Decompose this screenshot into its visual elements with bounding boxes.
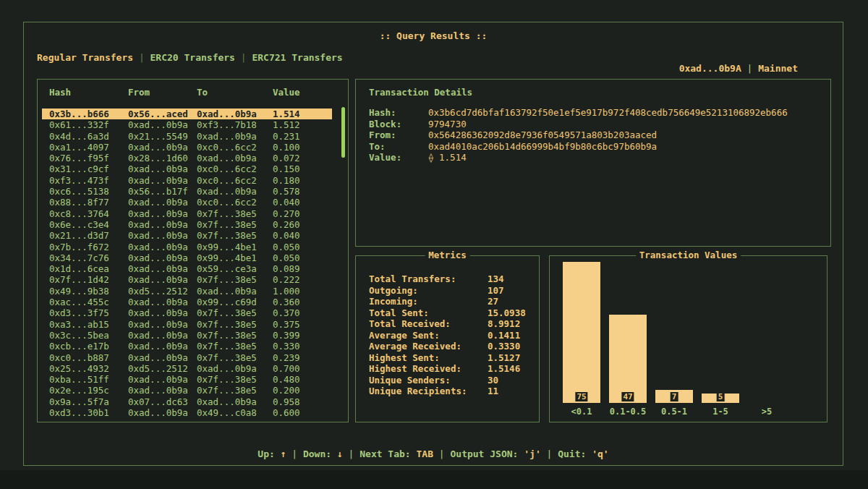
chart-bar: 47 xyxy=(609,315,647,403)
tab-bar: Regular Transfers | ERC20 Transfers | ER… xyxy=(37,52,343,63)
cell-to: 0xc0...6cc2 xyxy=(197,142,273,153)
help-bar: Up: ↑ | Down: ↓ | Next Tab: TAB | Output… xyxy=(24,448,843,459)
metric-label: Total Sent: xyxy=(369,307,488,319)
cell-to: 0x7f...38e5 xyxy=(197,341,273,352)
table-row[interactable]: 0x3c...5bea0xad...0b9a0x7f...38e50.399 xyxy=(42,330,332,341)
cell-from: 0xad...0b9a xyxy=(128,385,197,396)
detail-row: Hash:0x3b6cd7d6bfaf163792f50e1ef5e917b97… xyxy=(369,107,825,119)
chart-x-label: 0.1-0.5 xyxy=(605,407,651,417)
cell-from: 0xad...0b9a xyxy=(128,319,197,330)
table-header-row: HashFromToValue xyxy=(42,87,332,98)
table-row[interactable]: 0x2e...195c0xad...0b9a0x7f...38e50.200 xyxy=(42,385,332,396)
cell-to: 0xc0...6cc2 xyxy=(197,163,273,174)
cell-from: 0xad...0b9a xyxy=(128,341,197,352)
table-row[interactable]: 0x7f...1d420xad...0b9a0x7f...38e50.222 xyxy=(42,274,332,285)
cell-value: 0.578 xyxy=(273,186,332,197)
tab-regular-transfers[interactable]: Regular Transfers xyxy=(37,52,133,63)
table-row[interactable]: 0x61...332f0xad...0b9a0xf3...7b181.512 xyxy=(42,119,332,130)
cell-value: 0.600 xyxy=(273,407,332,418)
metric-label: Unique Recipients: xyxy=(369,386,488,397)
cell-from: 0xad...0b9a xyxy=(128,252,197,263)
app-window: :: Query Results :: Regular Transfers | … xyxy=(23,22,843,466)
cell-value: 0.370 xyxy=(273,307,332,318)
metric-row: Unique Senders:30 xyxy=(369,375,533,386)
table-row[interactable]: 0xc6...51380x56...b17f0xad...0b9a0.578 xyxy=(42,186,332,197)
table-row[interactable]: 0xd3...3f750xad...0b9a0x7f...38e50.370 xyxy=(42,307,332,318)
cell-value: 0.375 xyxy=(273,319,332,330)
metrics-title: Metrics xyxy=(425,250,470,260)
cell-value: 0.100 xyxy=(273,142,332,153)
cell-from: 0xad...0b9a xyxy=(128,407,197,418)
transaction-values-chart-panel: Transaction Values 754775 <0.10.1-0.50.5… xyxy=(549,255,827,422)
cell-from: 0xad...0b9a xyxy=(128,175,197,186)
detail-value: 0xad4010ac206b14d66999b4bf9b80c6bc97b60b… xyxy=(428,141,825,153)
metric-value: 15.0938 xyxy=(488,307,533,319)
table-row[interactable]: 0xa1...40970xad...0b9a0xc0...6cc20.100 xyxy=(42,142,332,153)
tab-erc20-transfers[interactable]: ERC20 Transfers xyxy=(150,52,235,63)
table-row[interactable]: 0x76...f95f0x28...1d600xad...0b9a0.072 xyxy=(42,153,332,163)
metrics-panel: Metrics Total Transfers:134Outgoing:107I… xyxy=(355,255,540,422)
table-row[interactable]: 0xd3...30b10xad...0b9a0x49...c0a80.600 xyxy=(42,407,332,418)
chart-bar-count: 75 xyxy=(575,392,587,401)
metric-row: Outgoing:107 xyxy=(369,285,533,297)
chart-x-label: <0.1 xyxy=(558,407,605,417)
cell-to: 0xad...0b9a xyxy=(197,363,273,374)
cell-value: 0.239 xyxy=(273,352,332,363)
table-row[interactable]: 0x6e...c3e40xad...0b9a0x7f...38e50.260 xyxy=(42,219,332,230)
cell-hash: 0xc0...b887 xyxy=(49,352,128,363)
detail-value: 0x564286362092d8e7936f0549571a803b203aac… xyxy=(428,129,825,141)
help-label: Output JSON: xyxy=(450,448,524,459)
table-row[interactable]: 0xba...51ff0xad...0b9a0x7f...38e50.480 xyxy=(42,374,332,385)
chart-bar-slot: 75 xyxy=(558,262,605,403)
cell-from: 0xd5...2512 xyxy=(128,286,197,297)
cell-to: 0xad...0b9a xyxy=(197,153,273,163)
help-label: Down: xyxy=(303,448,337,459)
cell-to: 0x7f...38e5 xyxy=(197,208,273,219)
cell-value: 0.700 xyxy=(273,363,332,374)
metric-label: Highest Sent: xyxy=(369,352,488,364)
chart-bar-slot xyxy=(744,262,790,403)
transfers-table-panel: HashFromToValue 0x3b...b6660x56...aced0x… xyxy=(37,79,349,422)
detail-row: To:0xad4010ac206b14d66999b4bf9b80c6bc97b… xyxy=(369,141,825,153)
table-row[interactable]: 0xf3...473f0xad...0b9a0xc0...6cc20.180 xyxy=(42,175,332,186)
table-row[interactable]: 0x88...8f770xad...0b9a0xc0...6cc20.040 xyxy=(42,197,332,208)
bar-chart: 754775 xyxy=(558,262,790,403)
table-row[interactable]: 0xa3...ab150xad...0b9a0x7f...38e50.375 xyxy=(42,319,332,330)
table-row[interactable]: 0x9a...5f7a0x07...dc630xad...0b9a0.958 xyxy=(42,396,332,407)
table-row[interactable]: 0x21...d3d70xad...0b9a0x7f...38e50.040 xyxy=(42,230,332,241)
cell-from: 0xad...0b9a xyxy=(128,242,197,252)
detail-value: 9794730 xyxy=(428,119,825,130)
metric-value: 0.3330 xyxy=(488,341,533,352)
table-row[interactable]: 0x49...9b380xd5...25120xad...0b9a1.000 xyxy=(42,286,332,297)
cell-value: 0.200 xyxy=(273,385,332,396)
help-key: TAB xyxy=(417,448,433,459)
tab-erc721-transfers[interactable]: ERC721 Transfers xyxy=(252,52,342,63)
metric-row: Average Received:0.3330 xyxy=(369,341,533,352)
table-row[interactable]: 0xc8...37640xad...0b9a0x7f...38e50.270 xyxy=(42,208,332,219)
table-row[interactable]: 0xc0...b8870xad...0b9a0x7f...38e50.239 xyxy=(42,352,332,363)
table-row[interactable]: 0xcb...e17b0xad...0b9a0x7f...38e50.330 xyxy=(42,341,332,352)
transaction-details-panel: Transaction Details Hash:0x3b6cd7d6bfaf1… xyxy=(355,79,831,247)
scrollbar-thumb[interactable] xyxy=(341,107,345,158)
cell-hash: 0xc6...5138 xyxy=(49,186,128,197)
metric-value: 0.1411 xyxy=(488,330,533,341)
table-row[interactable]: 0xac...455c0xad...0b9a0x99...c69d0.360 xyxy=(42,297,332,307)
chart-bar: 75 xyxy=(563,262,600,403)
cell-hash: 0x61...332f xyxy=(49,119,128,130)
cell-from: 0xad...0b9a xyxy=(128,352,197,363)
table-row[interactable]: 0x34...7c760xad...0b9a0x99...4be10.050 xyxy=(42,252,332,263)
table-row[interactable]: 0x7b...f6720xad...0b9a0x99...4be10.050 xyxy=(42,242,332,252)
table-row[interactable]: 0x3b...b6660x56...aced0xad...0b9a1.514 xyxy=(42,109,332,119)
metric-row: Total Received:8.9912 xyxy=(369,318,533,330)
table-row[interactable]: 0x31...c9cf0xad...0b9a0xc0...6cc20.150 xyxy=(42,163,332,174)
cell-to: 0xf3...7b18 xyxy=(197,119,273,130)
table-row[interactable]: 0x4d...6a3d0x21...55490xad...0b9a0.231 xyxy=(42,131,332,142)
cell-from: 0xad...0b9a xyxy=(128,374,197,385)
table-row[interactable]: 0x1d...6cea0xad...0b9a0x59...ce3a0.089 xyxy=(42,263,332,274)
table-row[interactable]: 0x25...49320xd5...25120xad...0b9a0.700 xyxy=(42,363,332,374)
metric-row: Total Transfers:134 xyxy=(369,273,533,285)
account-address: 0xad...0b9A xyxy=(679,63,741,74)
cell-hash: 0xf3...473f xyxy=(49,175,128,186)
detail-label: Hash: xyxy=(369,107,428,119)
details-title: Transaction Details xyxy=(369,87,472,98)
